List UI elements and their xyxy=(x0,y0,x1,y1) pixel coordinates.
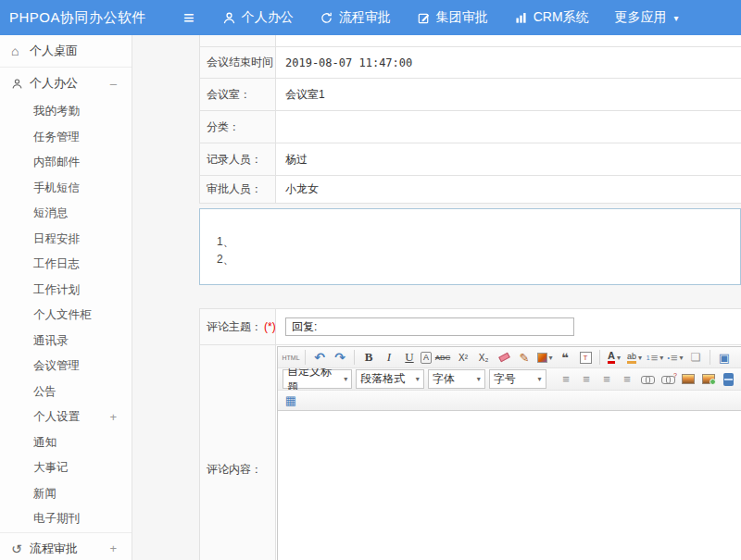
sidebar-item-meeting-management[interactable]: 会议管理 xyxy=(0,354,132,380)
redo-icon[interactable]: ↷ xyxy=(331,349,349,367)
sidebar-item-notification[interactable]: 通知 xyxy=(0,430,132,456)
bold-icon[interactable]: B xyxy=(359,349,378,367)
field-value: 会议室1 xyxy=(276,87,741,103)
top-nav: 个人办公 流程审批 集团审批 CRM系统 更多应用 ▾ xyxy=(222,9,679,26)
field-label: 分类： xyxy=(200,111,276,143)
sidebar-item-announcement[interactable]: 公告 xyxy=(0,380,132,405)
highlight-color-icon[interactable]: ab▾ xyxy=(625,349,644,367)
expand-icon: + xyxy=(109,410,117,424)
text-color-palette-icon[interactable]: ▾ xyxy=(535,349,554,367)
nav-label: 个人办公 xyxy=(242,9,294,26)
home-icon: ⌂ xyxy=(11,44,30,58)
sidebar-item-personal-desktop[interactable]: ⌂ 个人桌面 xyxy=(0,35,132,67)
font-size-select[interactable]: 字号▾ xyxy=(489,369,546,389)
underline-icon[interactable]: U xyxy=(400,349,419,367)
sidebar-item-schedule[interactable]: 日程安排 xyxy=(0,227,132,253)
link-icon[interactable] xyxy=(638,370,657,388)
chevron-down-icon: ▾ xyxy=(674,13,679,23)
blockquote-icon[interactable]: ❝ xyxy=(556,349,574,367)
sidebar-item-label: 个人桌面 xyxy=(30,43,78,59)
process-approval-icon xyxy=(320,11,333,25)
sidebar-item-work-plan[interactable]: 工作计划 xyxy=(0,278,132,304)
sidebar-item-short-message[interactable]: 短消息 xyxy=(0,201,132,227)
paste-from-word-icon[interactable]: T xyxy=(576,349,595,367)
sidebar-item-process-approval[interactable]: ↺ 流程审批 + xyxy=(0,533,132,560)
sidebar-item-major-events[interactable]: 大事记 xyxy=(0,455,132,481)
sidebar-item-news[interactable]: 新闻 xyxy=(0,481,132,507)
meeting-minutes-box[interactable]: 1、 2、 xyxy=(199,208,741,285)
sidebar-item-personal-settings[interactable]: 个人设置+ xyxy=(0,404,132,430)
main-content: 会议结束时间： 2019-08-07 11:47:00 会议室： 会议室1 分类… xyxy=(132,35,741,560)
sidebar-item-task-management[interactable]: 任务管理 xyxy=(0,125,132,151)
subscript-icon[interactable]: X₂ xyxy=(474,349,493,367)
nav-item-more-apps[interactable]: 更多应用 ▾ xyxy=(615,9,679,26)
table-row-category: 分类： xyxy=(200,111,741,143)
app-title: PHPOA协同办公软件 xyxy=(9,9,183,27)
upload-image-icon[interactable] xyxy=(699,370,718,388)
nav-item-process-approval[interactable]: 流程审批 xyxy=(320,9,391,26)
rich-text-editor: HTML ↶ ↷ B I U A ABC X² xyxy=(277,346,741,560)
nav-label: CRM系统 xyxy=(534,9,589,26)
justify-icon[interactable]: ≡ xyxy=(618,370,636,388)
field-label: 会议室： xyxy=(200,79,276,110)
font-color-icon[interactable]: A▾ xyxy=(605,349,623,367)
format-brush-icon[interactable]: ✎ xyxy=(515,349,534,367)
field-label: 评论主题： (*) xyxy=(200,309,276,344)
nav-item-crm[interactable]: CRM系统 xyxy=(514,9,589,26)
preview-icon[interactable]: ▣ xyxy=(715,349,734,367)
align-left-icon[interactable]: ≡ xyxy=(557,370,575,388)
unordered-list-icon[interactable]: •≡▾ xyxy=(666,349,684,367)
align-center-icon[interactable]: ≡ xyxy=(577,370,596,388)
editor-toolbar-row-3: ▦ xyxy=(278,391,741,411)
expand-icon: + xyxy=(109,541,117,555)
sidebar-item-mobile-sms[interactable]: 手机短信 xyxy=(0,176,132,202)
sidebar-item-internal-mail[interactable]: 内部邮件 xyxy=(0,150,132,176)
sidebar-item-personal-office[interactable]: 个人办公 – xyxy=(0,68,132,99)
editor-toolbar-row-1: HTML ↶ ↷ B I U A ABC X² xyxy=(278,347,741,368)
insert-table-icon[interactable]: ▦ xyxy=(282,392,300,409)
table-row-clipped xyxy=(200,35,741,47)
strikethrough-icon[interactable]: ABC xyxy=(433,349,452,367)
sidebar-item-e-journal[interactable]: 电子期刊 xyxy=(0,506,132,532)
person-icon xyxy=(222,11,236,25)
table-row-comment-subject: 评论主题： (*) xyxy=(200,309,741,345)
table-row-approver: 审批人员： 小龙女 xyxy=(200,176,741,204)
sidebar-item-contacts[interactable]: 通讯录 xyxy=(0,329,132,355)
menu-icon[interactable]: ≡ xyxy=(183,8,195,27)
superscript-icon[interactable]: X² xyxy=(454,349,472,367)
sidebar-item-label: 流程审批 xyxy=(30,541,78,557)
paragraph-format-select[interactable]: 段落格式▾ xyxy=(356,369,424,389)
sidebar-item-my-attendance[interactable]: 我的考勤 xyxy=(0,99,132,125)
table-row-end-time: 会议结束时间： 2019-08-07 11:47:00 xyxy=(200,47,741,79)
person-icon xyxy=(11,78,30,90)
undo-icon[interactable]: ↶ xyxy=(310,349,329,367)
sidebar-item-work-diary[interactable]: 工作日志 xyxy=(0,252,132,278)
field-label: 会议结束时间： xyxy=(200,47,276,78)
minutes-line: 1、 xyxy=(217,233,740,251)
unlink-icon[interactable]: ? xyxy=(659,370,677,388)
font-family-select[interactable]: 字体▾ xyxy=(428,369,485,389)
nav-label: 集团审批 xyxy=(436,9,488,26)
field-value: 小龙女 xyxy=(276,181,741,197)
edit-icon xyxy=(417,11,431,25)
heading-select[interactable]: 自定义标题▾ xyxy=(283,369,352,389)
html-source-button[interactable]: HTML xyxy=(282,349,300,367)
eraser-icon[interactable] xyxy=(495,349,513,367)
insert-image-icon[interactable] xyxy=(679,370,697,388)
nav-item-personal-office[interactable]: 个人办公 xyxy=(222,9,294,26)
required-mark: (*) xyxy=(264,320,276,333)
editor-content-area[interactable] xyxy=(278,411,741,560)
font-name-icon[interactable]: A xyxy=(421,352,432,364)
sidebar-item-personal-files[interactable]: 个人文件柜 xyxy=(0,303,132,329)
table-row-meeting-room: 会议室： 会议室1 xyxy=(200,79,741,111)
field-label: 评论内容： xyxy=(200,345,276,560)
nav-item-group-approval[interactable]: 集团审批 xyxy=(417,9,488,26)
align-right-icon[interactable]: ≡ xyxy=(597,370,616,388)
insert-media-icon[interactable] xyxy=(720,370,738,388)
field-label: 记录人员： xyxy=(200,143,276,175)
ordered-list-icon[interactable]: 1≡▾ xyxy=(646,349,664,367)
blank-page-icon[interactable]: ❏ xyxy=(686,349,705,367)
meeting-detail-table: 会议结束时间： 2019-08-07 11:47:00 会议室： 会议室1 分类… xyxy=(199,35,741,204)
comment-subject-input[interactable] xyxy=(285,317,574,336)
italic-icon[interactable]: I xyxy=(380,349,398,367)
